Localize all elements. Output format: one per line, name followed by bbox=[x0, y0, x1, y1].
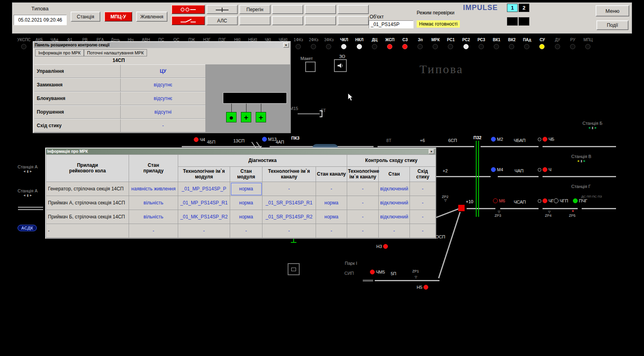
signal-ЧБ[interactable]: ЧБ bbox=[538, 137, 555, 142]
mrk-cell[interactable]: Генератор, стрілочна секція 14СП bbox=[46, 182, 129, 196]
toolbar-button-empty-3[interactable] bbox=[272, 16, 303, 25]
mrk-cell[interactable]: - bbox=[316, 182, 347, 196]
mrk-cell[interactable]: _01_MK_PS14SP_R2 bbox=[178, 210, 230, 224]
mrk-cell[interactable]: наявність живлення bbox=[129, 182, 178, 196]
mrk-cell[interactable]: - bbox=[347, 182, 379, 196]
track-label: ZP3 bbox=[495, 214, 501, 218]
signal-М2[interactable]: М2 bbox=[491, 137, 503, 142]
mrk-cell[interactable]: - bbox=[347, 196, 379, 210]
close-icon[interactable]: × bbox=[429, 149, 434, 154]
signal-lamp-icon bbox=[543, 198, 547, 203]
mrk-cell[interactable]: - bbox=[46, 224, 129, 238]
track-label: ПК3 bbox=[291, 136, 300, 140]
sound-toggle[interactable] bbox=[334, 59, 347, 72]
property-value: ЦУ bbox=[121, 65, 205, 78]
mrk-cell[interactable]: вільність bbox=[129, 196, 178, 210]
mrk-cell[interactable]: - bbox=[410, 210, 436, 224]
mrk-table-row: --------- bbox=[46, 224, 436, 238]
mrk-cell[interactable]: норма bbox=[316, 196, 347, 210]
track-line bbox=[182, 146, 262, 147]
close-icon[interactable]: × bbox=[283, 43, 289, 48]
mrk-cell[interactable]: - bbox=[347, 224, 379, 238]
mrk-cell[interactable]: - bbox=[410, 224, 436, 238]
signal-ПЧГ[interactable]: ПЧГ bbox=[573, 198, 587, 203]
mrk-cell[interactable]: - bbox=[262, 224, 316, 238]
mrk-cell[interactable]: Приймач Б, стрілочна секція 14СП bbox=[46, 210, 129, 224]
mrk-cell[interactable]: _01_SR_PS14SP_R1 bbox=[262, 196, 316, 210]
relay-indicator-3[interactable]: + bbox=[256, 112, 266, 122]
track-line bbox=[18, 209, 43, 210]
signal-Ч4[interactable]: Ч4 bbox=[194, 137, 205, 142]
insulated-joint-button[interactable] bbox=[207, 5, 238, 14]
mrk-cell[interactable]: - bbox=[129, 224, 178, 238]
tab-mrk-settings[interactable]: Поточні налаштування МРК bbox=[84, 49, 147, 56]
mrk-cell[interactable]: відключений bbox=[379, 210, 410, 224]
mrk-cell[interactable]: - bbox=[410, 196, 436, 210]
toolbar-button-empty-5[interactable] bbox=[305, 16, 336, 25]
object-input[interactable]: _01_PS14SP bbox=[369, 20, 413, 28]
signal-ЧМ5[interactable]: ЧМ5 bbox=[370, 270, 385, 274]
mrk-cell[interactable]: - bbox=[347, 210, 379, 224]
toolbar-button-empty-4[interactable] bbox=[305, 5, 336, 14]
station-arrows: ◄▮► bbox=[582, 126, 602, 130]
track-label: 13СП bbox=[233, 138, 244, 143]
relay-indicator-2[interactable]: + bbox=[241, 112, 251, 122]
menu-button[interactable]: Меню bbox=[596, 5, 629, 16]
mrk-cell[interactable]: відключений bbox=[379, 182, 410, 196]
mrk-cell[interactable]: _01_MP_PS14SP_P bbox=[178, 182, 230, 196]
peregin-button[interactable]: Перегін bbox=[239, 5, 270, 14]
signal-Ч[interactable]: Ч bbox=[538, 167, 551, 172]
mrk-cell[interactable]: - bbox=[410, 182, 436, 196]
connector-line bbox=[246, 104, 246, 112]
signal-М13[interactable]: М13 bbox=[262, 137, 276, 142]
dialog-titlebar[interactable]: Інформація про МРК × bbox=[46, 148, 435, 154]
mrk-cell[interactable]: - bbox=[379, 224, 410, 238]
events-button[interactable]: Події bbox=[596, 20, 628, 30]
mrk-cell[interactable]: норма bbox=[230, 210, 262, 224]
dialog-titlebar[interactable]: Панель розширеного контролю секції × bbox=[34, 42, 290, 48]
signal-label: ЧБ bbox=[549, 137, 555, 142]
toolbar-button-empty-6[interactable] bbox=[338, 5, 369, 14]
toolbar-button-empty-2[interactable] bbox=[272, 5, 303, 14]
mrk-table-row: Приймач А, стрілочна секція 14СПвільніст… bbox=[46, 196, 436, 210]
power-button[interactable]: Живлення bbox=[136, 12, 167, 22]
toolbar-button-empty-1[interactable] bbox=[239, 16, 270, 25]
signal-Н5[interactable]: Н5 bbox=[417, 285, 428, 290]
mrk-cell[interactable]: - bbox=[262, 182, 316, 196]
signal-Н3[interactable]: Н3 bbox=[376, 244, 388, 249]
mrk-cell[interactable]: відключений bbox=[379, 196, 410, 210]
signal-М4[interactable]: М4 bbox=[491, 167, 503, 172]
mrk-cell[interactable]: норма bbox=[316, 210, 347, 224]
signal-М6[interactable]: М6 bbox=[493, 198, 505, 203]
mrk-cell[interactable]: _01_MP_PS14SP_R1 bbox=[178, 196, 230, 210]
station-name: Станція Г bbox=[571, 184, 591, 189]
track-circuit-mode-button[interactable] bbox=[171, 5, 205, 14]
direction-arrow-icon: ▮ bbox=[592, 126, 593, 130]
tab-mrk-info[interactable]: Інформація про МРК bbox=[35, 49, 84, 56]
asdk-button[interactable]: АСДК bbox=[18, 225, 37, 231]
track-line bbox=[500, 208, 539, 209]
occupied-section-indicator[interactable] bbox=[458, 205, 465, 211]
mrk-cell[interactable]: норма bbox=[230, 196, 262, 210]
track-line bbox=[543, 176, 616, 177]
relay-indicator-1[interactable]: ● bbox=[226, 112, 237, 122]
toolbar-button-empty-7[interactable] bbox=[338, 16, 369, 25]
direction-arrow-icon: ◄ bbox=[23, 170, 26, 173]
mrk-cell[interactable]: - bbox=[316, 224, 347, 238]
signal-ЧГП[interactable]: ЧГП bbox=[554, 198, 568, 203]
mrk-cell[interactable]: - bbox=[230, 224, 262, 238]
switch-mode-button[interactable] bbox=[171, 16, 205, 25]
station-button[interactable]: Станція bbox=[71, 12, 100, 22]
mrk-cell[interactable]: _01_SR_PS14SP_R2 bbox=[262, 210, 316, 224]
screen-1-indicator[interactable]: 1 bbox=[507, 4, 518, 12]
signal-ЧГ[interactable]: ЧГ bbox=[538, 198, 554, 203]
mrk-cell[interactable]: норма bbox=[230, 182, 262, 196]
maket-toggle[interactable] bbox=[305, 62, 316, 72]
mrk-cell[interactable]: Приймач А, стрілочна секція 14СП bbox=[46, 196, 129, 210]
als-button[interactable]: АЛС bbox=[207, 16, 238, 25]
mrk-cell[interactable]: вільність bbox=[129, 210, 178, 224]
screen-2-indicator[interactable]: 2 bbox=[519, 4, 529, 12]
mpcu-button[interactable]: МПЦ-У bbox=[104, 12, 132, 22]
mrk-cell[interactable]: - bbox=[178, 224, 230, 238]
property-name: Управління bbox=[34, 65, 121, 78]
